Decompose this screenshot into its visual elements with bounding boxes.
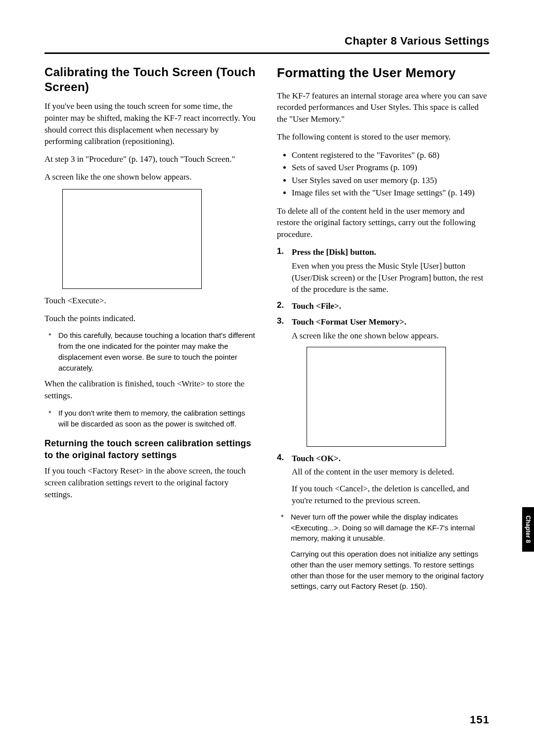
screenshot-placeholder xyxy=(307,347,446,447)
page-number: 151 xyxy=(470,713,490,726)
chapter-header: Chapter 8 Various Settings xyxy=(44,35,490,47)
page: Chapter 8 Various Settings Calibrating t… xyxy=(0,0,534,756)
content-list: Content registered to the "Favorites" (p… xyxy=(277,149,490,199)
step-instruction: Touch <OK>. xyxy=(292,453,341,465)
step-instruction: Touch <Format User Memory>. xyxy=(292,316,406,328)
footnote-continued: Carrying out this operation does not ini… xyxy=(277,549,490,592)
para: If you touch <Factory Reset> in the abov… xyxy=(44,465,257,500)
screenshot-placeholder xyxy=(62,189,202,289)
footnote: *Do this carefully, because touching a l… xyxy=(44,330,257,373)
step-3: 3. Touch <Format User Memory>. xyxy=(277,316,490,328)
list-item: User Styles saved on user memory (p. 135… xyxy=(292,174,490,187)
note-text: Do this carefully, because touching a lo… xyxy=(58,331,255,372)
section-title-calibrating: Calibrating the Touch Screen (Touch Scre… xyxy=(44,65,257,94)
right-column: Formatting the User Memory The KF-7 feat… xyxy=(277,65,490,597)
header-rule xyxy=(44,52,490,54)
section-title-formatting: Formatting the User Memory xyxy=(277,65,490,81)
step-instruction: Touch <File>. xyxy=(292,300,341,312)
para: When the calibration is finished, touch … xyxy=(44,378,257,402)
step-number: 4. xyxy=(277,453,292,465)
para: If you've been using the touch screen fo… xyxy=(44,100,257,147)
step-number: 1. xyxy=(277,246,292,258)
footnote: *Never turn off the power while the disp… xyxy=(277,512,490,544)
footnote: *If you don't write them to memory, the … xyxy=(44,408,257,429)
step-1: 1. Press the [Disk] button. xyxy=(277,246,490,258)
list-item: Image files set with the "User Image set… xyxy=(292,187,490,199)
asterisk-icon: * xyxy=(48,408,51,419)
para: Touch <Execute>. xyxy=(44,295,257,307)
step-body: If you touch <Cancel>, the deletion is c… xyxy=(292,483,490,507)
para: The KF-7 features an internal storage ar… xyxy=(277,90,490,125)
list-item: Content registered to the "Favorites" (p… xyxy=(292,149,490,162)
step-number: 3. xyxy=(277,316,292,328)
two-column-layout: Calibrating the Touch Screen (Touch Scre… xyxy=(44,65,490,597)
step-body: Even when you press the Music Style [Use… xyxy=(292,260,490,295)
para: Touch the points indicated. xyxy=(44,313,257,325)
asterisk-icon: * xyxy=(281,512,284,522)
asterisk-icon: * xyxy=(48,330,51,341)
para: The following content is stored to the u… xyxy=(277,131,490,143)
step-4: 4. Touch <OK>. xyxy=(277,453,490,465)
step-instruction: Press the [Disk] button. xyxy=(292,246,376,258)
note-text: Never turn off the power while the displ… xyxy=(291,513,475,543)
step-number: 2. xyxy=(277,300,292,312)
list-item: Sets of saved User Programs (p. 109) xyxy=(292,161,490,174)
subsection-title-returning: Returning the touch screen calibration s… xyxy=(44,438,257,461)
left-column: Calibrating the Touch Screen (Touch Scre… xyxy=(44,65,257,597)
step-body: A screen like the one shown below appear… xyxy=(292,330,490,342)
step-body: All of the content in the user memory is… xyxy=(292,466,490,478)
para: A screen like the one shown below appear… xyxy=(44,171,257,183)
step-2: 2. Touch <File>. xyxy=(277,300,490,312)
para: To delete all of the content held in the… xyxy=(277,205,490,240)
chapter-side-tab: Chapter 8 xyxy=(522,507,534,552)
para: At step 3 in "Procedure" (p. 147), touch… xyxy=(44,153,257,165)
note-text: If you don't write them to memory, the c… xyxy=(58,409,245,428)
